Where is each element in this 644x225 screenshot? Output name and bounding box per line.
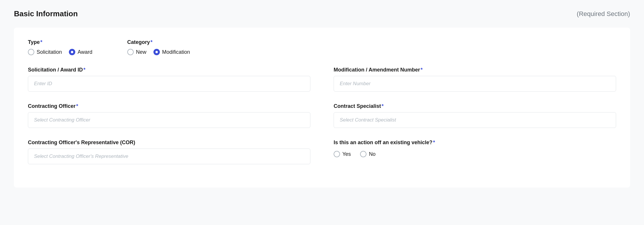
existing-vehicle-yes-option[interactable]: Yes <box>334 151 351 157</box>
modification-amendment-number-label: Modification / Amendment Number* <box>334 67 616 73</box>
type-award-radio[interactable] <box>69 49 75 55</box>
modification-amendment-number-input[interactable] <box>334 76 616 92</box>
existing-vehicle-field: Is this an action off an existing vehicl… <box>334 140 616 164</box>
modification-number-required-star: * <box>421 67 423 73</box>
existing-vehicle-no-radio[interactable] <box>360 151 366 157</box>
category-modification-radio[interactable] <box>153 49 160 55</box>
page-title: Basic Information <box>14 9 78 18</box>
required-section-label: (Required Section) <box>577 10 630 18</box>
category-label: Category* <box>127 39 190 45</box>
contract-specialist-required-star: * <box>382 103 384 109</box>
page-container: Basic Information (Required Section) Typ… <box>0 0 644 225</box>
category-modification-label: Modification <box>162 49 190 55</box>
existing-vehicle-no-option[interactable]: No <box>360 151 375 157</box>
contracting-officer-required-star: * <box>76 103 78 109</box>
id-number-row: Solicitation / Award ID* Modification / … <box>28 67 616 92</box>
cor-label: Contracting Officer's Representative (CO… <box>28 140 310 146</box>
type-field-group: Type* Solicitation Award <box>28 39 92 55</box>
contracting-officer-input[interactable] <box>28 112 310 128</box>
officer-specialist-row: Contracting Officer* Contract Specialist… <box>28 103 616 128</box>
type-solicitation-option[interactable]: Solicitation <box>28 49 62 55</box>
category-new-label: New <box>136 49 146 55</box>
existing-vehicle-yes-label: Yes <box>342 151 351 157</box>
type-radio-group: Solicitation Award <box>28 49 92 55</box>
contract-specialist-label: Contract Specialist* <box>334 103 616 109</box>
solicitation-award-id-field: Solicitation / Award ID* <box>28 67 310 92</box>
section-header: Basic Information (Required Section) <box>14 9 630 18</box>
type-award-label: Award <box>78 49 92 55</box>
existing-vehicle-no-label: No <box>369 151 375 157</box>
type-award-option[interactable]: Award <box>69 49 92 55</box>
type-label: Type* <box>28 39 92 45</box>
cor-input[interactable] <box>28 149 310 164</box>
category-modification-option[interactable]: Modification <box>153 49 190 55</box>
existing-vehicle-radio-group: Yes No <box>334 151 616 157</box>
modification-amendment-number-field: Modification / Amendment Number* <box>334 67 616 92</box>
category-field-group: Category* New Modification <box>127 39 190 55</box>
contracting-officer-field: Contracting Officer* <box>28 103 310 128</box>
contract-specialist-field: Contract Specialist* <box>334 103 616 128</box>
solicitation-id-required-star: * <box>83 67 85 73</box>
category-radio-group: New Modification <box>127 49 190 55</box>
existing-vehicle-required-star: * <box>433 140 435 145</box>
type-required-star: * <box>40 39 42 45</box>
category-new-option[interactable]: New <box>127 49 146 55</box>
type-solicitation-label: Solicitation <box>37 49 62 55</box>
type-solicitation-radio[interactable] <box>28 49 34 55</box>
category-required-star: * <box>151 39 153 45</box>
existing-vehicle-label: Is this an action off an existing vehicl… <box>334 140 616 146</box>
solicitation-award-id-input[interactable] <box>28 76 310 92</box>
cor-vehicle-row: Contracting Officer's Representative (CO… <box>28 140 616 164</box>
form-container: Type* Solicitation Award Category* <box>14 28 630 188</box>
solicitation-award-id-label: Solicitation / Award ID* <box>28 67 310 73</box>
category-new-radio[interactable] <box>127 49 134 55</box>
contracting-officer-label: Contracting Officer* <box>28 103 310 109</box>
contract-specialist-input[interactable] <box>334 112 616 128</box>
type-category-row: Type* Solicitation Award Category* <box>28 39 616 55</box>
cor-field: Contracting Officer's Representative (CO… <box>28 140 310 164</box>
existing-vehicle-yes-radio[interactable] <box>334 151 340 157</box>
